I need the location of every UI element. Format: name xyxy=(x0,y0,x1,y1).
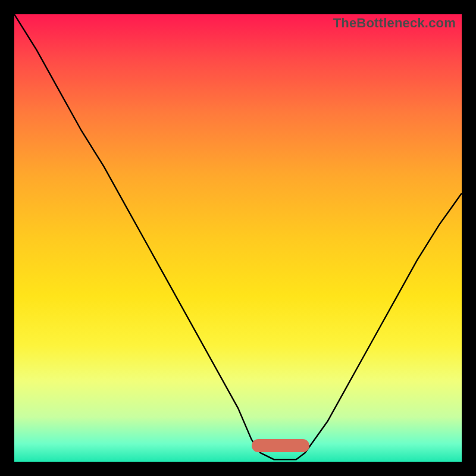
bottleneck-curve xyxy=(14,14,462,462)
gradient-plot-area: TheBottleneck.com xyxy=(14,14,462,462)
valley-floor-marker xyxy=(252,439,310,452)
